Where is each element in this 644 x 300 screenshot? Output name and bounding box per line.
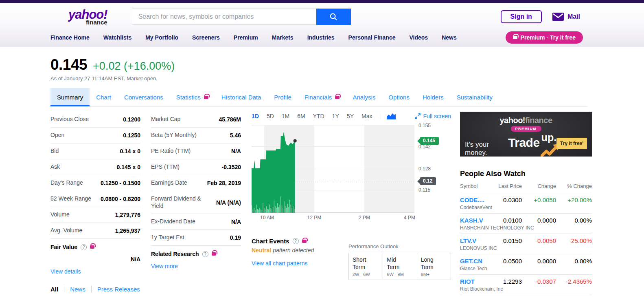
quote-label: Ex-Dividend Date	[151, 218, 195, 225]
volume-bar	[295, 207, 296, 213]
nav-item-personal-finance[interactable]: Personal Finance	[348, 34, 396, 41]
volume-bar	[278, 207, 279, 213]
timeframe-max[interactable]: Max	[361, 113, 372, 119]
volume-bar	[277, 203, 278, 213]
outlook-cell-short-term: Short Term2W - 6W	[349, 253, 383, 280]
watch-symbol-link[interactable]: RIOT	[460, 278, 491, 285]
timeframe-5y[interactable]: 5Y	[347, 113, 354, 119]
nav-item-premium[interactable]: Premium	[234, 34, 258, 41]
quote-label: Open	[50, 132, 64, 139]
watch-pct-change: -25.00%	[556, 237, 592, 244]
volume-bar	[285, 206, 285, 213]
nav-item-news[interactable]: News	[442, 34, 457, 41]
news-filter-all[interactable]: All	[50, 286, 58, 293]
nav-item-industries[interactable]: Industries	[307, 34, 335, 41]
ad-try-it-free-button[interactable]: Try it free'	[556, 138, 587, 149]
volume-bar	[257, 209, 258, 213]
mail-link[interactable]: Mail	[552, 13, 580, 21]
nav-item-watchlists[interactable]: Watchlists	[103, 34, 132, 41]
timeframe-1d[interactable]: 1D	[252, 113, 259, 119]
nav-item-markets[interactable]: Markets	[272, 34, 294, 41]
quote-value: 1,265,937	[115, 227, 140, 234]
watch-symbol-link[interactable]: GET.CN	[460, 258, 491, 265]
nav-items: Finance HomeWatchlistsMy PortfolioScreen…	[50, 34, 471, 41]
tab-statistics[interactable]: Statistics	[170, 88, 215, 106]
quote-label: Avg. Volume	[50, 227, 82, 234]
quote-row-earnings-date: Earnings DateFeb 28, 2019	[151, 175, 241, 191]
search-input[interactable]	[132, 9, 316, 25]
tab-sustainability[interactable]: Sustainability	[450, 88, 499, 106]
quote-value: 0.1250	[123, 132, 140, 139]
quote-value: N/A	[231, 218, 241, 225]
tab-historical-data[interactable]: Historical Data	[215, 88, 268, 106]
pattern-sentiment: Neutral	[252, 247, 271, 254]
related-research-block: Related Research ? View more	[151, 246, 241, 270]
ad-up-text: up.	[541, 132, 557, 143]
lock-icon	[302, 240, 307, 243]
watch-symbol-link[interactable]: CODE....	[460, 196, 491, 203]
tab-profile[interactable]: Profile	[267, 88, 298, 106]
nav-item-videos[interactable]: Videos	[410, 34, 428, 41]
as-of-timestamp: As of January 27 11:14AM EST. Market ope…	[50, 75, 588, 82]
help-icon[interactable]: ?	[293, 238, 299, 244]
news-filter-news[interactable]: News	[70, 286, 85, 293]
volume-bar	[259, 208, 260, 213]
premium-try-free-button[interactable]: Premium - Try it free	[506, 31, 583, 44]
view-all-chart-patterns-link[interactable]: View all chart patterns	[252, 260, 307, 267]
tab-label: Conversations	[124, 94, 163, 101]
quote-label: EPS (TTM)	[151, 163, 180, 171]
nav-item-finance-home[interactable]: Finance Home	[50, 34, 90, 41]
help-icon[interactable]: ?	[81, 244, 87, 250]
nav-item-screeners[interactable]: Screeners	[192, 34, 220, 41]
price-change: +0.02 (+16.00%)	[93, 60, 175, 73]
tab-options[interactable]: Options	[382, 88, 416, 106]
lock-icon	[513, 36, 517, 39]
watch-last-price: 0.0150	[491, 237, 522, 244]
search-button[interactable]	[316, 9, 351, 25]
current-price-badge: 0.145	[420, 137, 439, 145]
view-more-link[interactable]: View more	[151, 263, 178, 269]
premium-ad-banner[interactable]: yahoo!finance PREMIUM It's your money. T…	[460, 112, 592, 157]
tab-holders[interactable]: Holders	[416, 88, 450, 106]
chart-events-row: Chart Events ? Neutral pattern detected …	[252, 238, 451, 280]
y-axis-label: 0.115	[418, 187, 430, 193]
help-icon[interactable]: ?	[202, 251, 208, 257]
sign-in-button[interactable]: Sign in	[501, 10, 542, 23]
quote-row-avg-volume: Avg. Volume1,265,937	[50, 223, 140, 239]
yahoo-finance-logo[interactable]: yahoo! finance	[68, 8, 107, 25]
chart-type-button[interactable]	[387, 113, 396, 119]
chart-plot-area	[252, 125, 414, 213]
tab-financials[interactable]: Financials	[298, 88, 346, 106]
full-screen-button[interactable]: Full screen	[415, 113, 451, 119]
view-details-link[interactable]: View details	[50, 268, 81, 275]
volume-bar	[261, 210, 261, 213]
timeframe-ytd[interactable]: YTD	[313, 113, 324, 119]
nav-item-my-portfolio[interactable]: My Portfolio	[145, 34, 178, 41]
ad-trade-text: Trade	[508, 136, 540, 150]
tab-summary[interactable]: Summary	[50, 88, 90, 106]
volume-bar	[288, 207, 289, 213]
lock-icon	[204, 96, 208, 99]
yahoo-finance-page: yahoo! finance Sign in	[0, 0, 644, 300]
tab-chart[interactable]: Chart	[90, 88, 118, 106]
tab-analysis[interactable]: Analysis	[346, 88, 382, 106]
quote-row-eps-ttm: EPS (TTM)-0.3520	[151, 159, 241, 175]
timeframe-6m[interactable]: 6M	[297, 113, 305, 119]
chart-events-title: Chart Events ?	[252, 238, 344, 245]
quote-value: 0.1200	[123, 116, 140, 123]
pattern-text: pattern detected	[273, 247, 314, 254]
timeframe-5d[interactable]: 5D	[267, 113, 274, 119]
timeframe-1y[interactable]: 1Y	[332, 113, 339, 119]
quote-label: Beta (5Y Monthly)	[151, 132, 197, 139]
watch-symbol-link[interactable]: KASH.V	[460, 217, 491, 224]
volume-bar	[271, 208, 271, 213]
news-filter-press-releases[interactable]: Press Releases	[97, 286, 140, 293]
tab-label: Financials	[304, 94, 332, 101]
tab-conversations[interactable]: Conversations	[118, 88, 170, 106]
watch-symbol-link[interactable]: LTV.V	[460, 237, 491, 244]
intraday-chart[interactable]: 0.155 0.142 0.128 0.115 0.145 0.12 10 AM…	[252, 125, 442, 221]
watch-row-riot: RIOT1.2293-0.0307-2.4365%Riot Blockchain…	[460, 275, 592, 295]
quote-label: PE Ratio (TTM)	[151, 148, 191, 155]
watch-change: +0.0050	[522, 196, 556, 203]
timeframe-1m[interactable]: 1M	[282, 113, 289, 119]
